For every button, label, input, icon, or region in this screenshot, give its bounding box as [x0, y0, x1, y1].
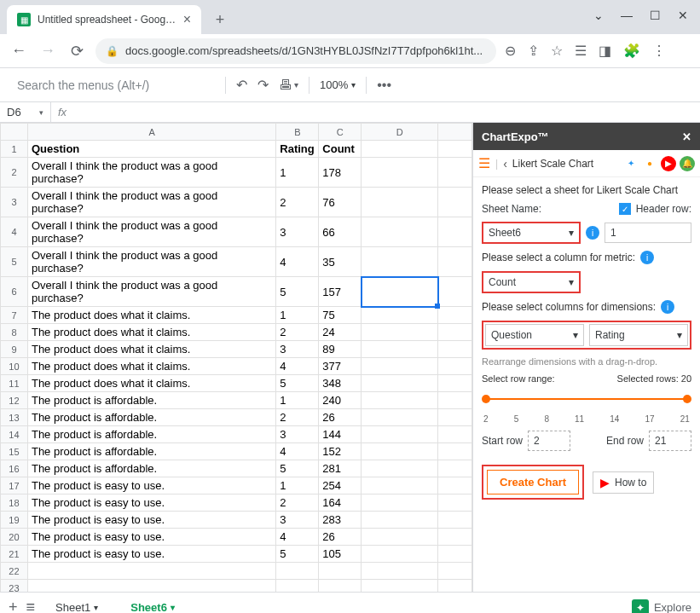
cell[interactable]	[438, 512, 472, 529]
cell[interactable]: 4	[276, 247, 319, 277]
row-header[interactable]: 16	[1, 460, 28, 477]
info-icon[interactable]: i	[586, 226, 599, 240]
cell[interactable]	[438, 460, 472, 477]
cell[interactable]	[438, 217, 472, 247]
row-range-slider[interactable]	[482, 392, 691, 406]
cell[interactable]: 281	[319, 460, 362, 477]
cell[interactable]	[438, 409, 472, 426]
metric-select[interactable]: Count ▾	[482, 271, 581, 293]
cell[interactable]: 5	[276, 546, 319, 563]
new-tab-button[interactable]: +	[208, 8, 232, 32]
browser-tab[interactable]: ▦ Untitled spreadsheet - Google Sh ×	[7, 5, 201, 34]
sheet-tab-sheet6[interactable]: Sheet6 ▾	[119, 596, 187, 613]
row-header[interactable]: 6	[1, 277, 28, 307]
nav-back-icon[interactable]: ←	[9, 42, 29, 60]
cell[interactable]: Overall I think the product was a good p…	[27, 188, 275, 217]
wand-icon[interactable]: ✦	[623, 156, 639, 171]
back-icon[interactable]: ‹	[503, 157, 507, 171]
header-row-input[interactable]: 1	[605, 223, 691, 243]
cell[interactable]: 144	[319, 426, 362, 443]
cell[interactable]: The product is affordable.	[27, 392, 275, 409]
row-header[interactable]: 1	[1, 141, 28, 158]
cell[interactable]: 178	[319, 158, 362, 188]
cell[interactable]: 76	[319, 188, 362, 217]
cell[interactable]: 2	[276, 188, 319, 217]
coins-icon[interactable]: ●	[642, 156, 657, 171]
cell[interactable]: The product is affordable.	[27, 409, 275, 426]
cell[interactable]	[319, 563, 362, 580]
cell[interactable]	[438, 477, 472, 494]
menu-icon[interactable]: ☰	[478, 155, 490, 171]
cell[interactable]	[362, 217, 438, 247]
row-header[interactable]: 21	[1, 546, 28, 563]
row-header[interactable]: 14	[1, 426, 28, 443]
window-collapse-icon[interactable]: ⌄	[593, 9, 604, 22]
cell[interactable]	[438, 426, 472, 443]
cell[interactable]	[438, 307, 472, 324]
cell[interactable]	[362, 341, 438, 358]
cell[interactable]: The product does what it claims.	[27, 375, 275, 392]
cell[interactable]: The product does what it claims.	[27, 341, 275, 358]
extension-icon[interactable]: 🧩	[623, 43, 640, 59]
cell[interactable]: 2	[276, 494, 319, 512]
cell[interactable]	[438, 141, 472, 158]
dimension-2-select[interactable]: Rating ▾	[589, 324, 688, 346]
cell[interactable]: The product is affordable.	[27, 426, 275, 443]
cell[interactable]	[27, 563, 275, 580]
cell[interactable]	[27, 580, 275, 593]
window-minimize-icon[interactable]: —	[621, 9, 633, 22]
row-header[interactable]: 7	[1, 307, 28, 324]
name-box[interactable]: D6 ▾	[0, 102, 51, 122]
cell[interactable]: Question	[27, 141, 275, 158]
cell[interactable]	[362, 392, 438, 409]
row-header[interactable]: 17	[1, 477, 28, 494]
row-header[interactable]: 11	[1, 375, 28, 392]
cell[interactable]	[362, 307, 438, 324]
cell[interactable]	[362, 477, 438, 494]
cell[interactable]: The product is easy to use.	[27, 546, 275, 563]
row-header[interactable]: 4	[1, 217, 28, 247]
cell[interactable]: 26	[319, 529, 362, 546]
cell[interactable]	[362, 409, 438, 426]
undo-icon[interactable]: ↶	[236, 77, 247, 93]
explore-button[interactable]: ✦ Explore	[632, 599, 691, 614]
share-icon[interactable]: ⇪	[528, 43, 539, 59]
cell[interactable]: 254	[319, 477, 362, 494]
info-icon[interactable]: i	[661, 300, 674, 314]
row-header[interactable]: 5	[1, 247, 28, 277]
cell[interactable]	[362, 375, 438, 392]
cell[interactable]	[276, 580, 319, 593]
cell[interactable]	[362, 324, 438, 341]
cell[interactable]: 105	[319, 546, 362, 563]
cell[interactable]	[362, 443, 438, 460]
slider-handle-end[interactable]	[683, 395, 691, 403]
cell[interactable]	[362, 158, 438, 188]
cell[interactable]	[362, 460, 438, 477]
cell[interactable]: The product does what it claims.	[27, 307, 275, 324]
all-sheets-button[interactable]: ≡	[26, 599, 36, 613]
row-header[interactable]: 9	[1, 341, 28, 358]
cell[interactable]	[438, 580, 472, 593]
cell[interactable]: Rating	[276, 141, 319, 158]
nav-forward-icon[interactable]: →	[38, 42, 58, 60]
cell[interactable]: The product is affordable.	[27, 443, 275, 460]
cell[interactable]: The product is affordable.	[27, 460, 275, 477]
row-header[interactable]: 2	[1, 158, 28, 188]
cell[interactable]	[362, 563, 438, 580]
youtube-icon[interactable]: ▶	[661, 156, 676, 171]
cell[interactable]: The product is easy to use.	[27, 494, 275, 512]
cell[interactable]: 240	[319, 392, 362, 409]
cell[interactable]	[362, 277, 438, 307]
side-panel-icon[interactable]: ◨	[599, 43, 611, 59]
cell[interactable]	[438, 563, 472, 580]
cell[interactable]: 26	[319, 409, 362, 426]
cell[interactable]: The product is easy to use.	[27, 477, 275, 494]
col-header-extra[interactable]	[438, 124, 472, 141]
bookmark-icon[interactable]: ☆	[551, 43, 563, 59]
cell[interactable]: 2	[276, 409, 319, 426]
cell[interactable]: 3	[276, 426, 319, 443]
close-tab-icon[interactable]: ×	[183, 12, 191, 27]
cell[interactable]: 3	[276, 512, 319, 529]
cell[interactable]	[438, 494, 472, 512]
cell[interactable]	[438, 324, 472, 341]
